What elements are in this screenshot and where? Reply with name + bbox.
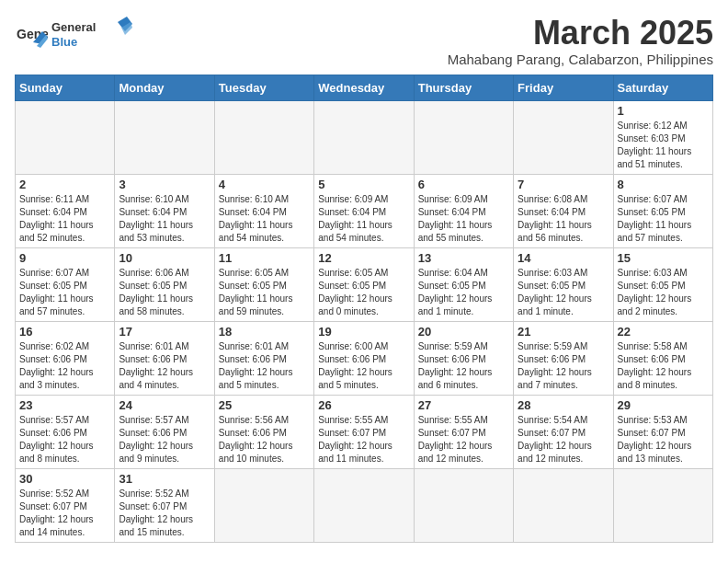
week-row-5: 23Sunrise: 5:57 AM Sunset: 6:06 PM Dayli… xyxy=(16,395,713,468)
day-cell xyxy=(314,468,414,542)
day-cell: 26Sunrise: 5:55 AM Sunset: 6:07 PM Dayli… xyxy=(314,395,414,468)
day-number: 10 xyxy=(119,251,210,265)
day-cell: 23Sunrise: 5:57 AM Sunset: 6:06 PM Dayli… xyxy=(16,395,115,468)
day-cell: 31Sunrise: 5:52 AM Sunset: 6:07 PM Dayli… xyxy=(115,468,214,542)
day-number: 9 xyxy=(19,251,110,265)
day-number: 6 xyxy=(418,178,509,191)
day-info: Sunrise: 6:10 AM Sunset: 6:04 PM Dayligh… xyxy=(219,193,310,245)
svg-text:Blue: Blue xyxy=(51,35,77,49)
day-number: 14 xyxy=(518,251,609,265)
day-number: 13 xyxy=(418,251,509,265)
day-cell: 30Sunrise: 5:52 AM Sunset: 6:07 PM Dayli… xyxy=(16,468,115,542)
day-number: 20 xyxy=(418,325,509,339)
day-cell: 17Sunrise: 6:01 AM Sunset: 6:06 PM Dayli… xyxy=(115,321,214,395)
day-info: Sunrise: 5:59 AM Sunset: 6:06 PM Dayligh… xyxy=(418,340,509,392)
day-info: Sunrise: 5:52 AM Sunset: 6:07 PM Dayligh… xyxy=(19,488,110,539)
day-cell: 28Sunrise: 5:54 AM Sunset: 6:07 PM Dayli… xyxy=(514,395,613,468)
page-header: General General Blue March 2025 Mahabang… xyxy=(15,15,713,67)
day-number: 12 xyxy=(318,251,409,265)
day-number: 24 xyxy=(119,398,210,412)
day-cell: 20Sunrise: 5:59 AM Sunset: 6:06 PM Dayli… xyxy=(414,321,513,395)
day-number: 25 xyxy=(219,398,310,412)
day-info: Sunrise: 5:54 AM Sunset: 6:07 PM Dayligh… xyxy=(518,414,609,465)
day-number: 30 xyxy=(19,472,110,486)
logo: General General Blue xyxy=(15,15,134,55)
day-cell xyxy=(613,468,712,542)
day-cell xyxy=(414,100,513,174)
day-cell: 8Sunrise: 6:07 AM Sunset: 6:05 PM Daylig… xyxy=(613,174,712,247)
day-number: 18 xyxy=(219,325,310,339)
day-number: 17 xyxy=(119,325,210,339)
week-row-4: 16Sunrise: 6:02 AM Sunset: 6:06 PM Dayli… xyxy=(16,321,713,395)
day-number: 16 xyxy=(19,325,110,339)
col-header-thursday: Thursday xyxy=(414,75,513,100)
day-cell: 4Sunrise: 6:10 AM Sunset: 6:04 PM Daylig… xyxy=(214,174,313,247)
day-cell xyxy=(16,100,115,174)
day-number: 15 xyxy=(618,251,709,265)
day-cell: 29Sunrise: 5:53 AM Sunset: 6:07 PM Dayli… xyxy=(613,395,712,468)
day-number: 11 xyxy=(219,251,310,265)
day-number: 27 xyxy=(418,398,509,412)
calendar-table: SundayMondayTuesdayWednesdayThursdayFrid… xyxy=(15,75,713,543)
week-row-1: 1Sunrise: 6:12 AM Sunset: 6:03 PM Daylig… xyxy=(16,100,713,174)
col-header-tuesday: Tuesday xyxy=(214,75,313,100)
day-info: Sunrise: 6:04 AM Sunset: 6:05 PM Dayligh… xyxy=(418,267,509,318)
day-cell: 19Sunrise: 6:00 AM Sunset: 6:06 PM Dayli… xyxy=(314,321,414,395)
day-info: Sunrise: 6:00 AM Sunset: 6:06 PM Dayligh… xyxy=(318,340,409,392)
day-info: Sunrise: 6:01 AM Sunset: 6:06 PM Dayligh… xyxy=(219,340,310,392)
location-subtitle: Mahabang Parang, Calabarzon, Philippines xyxy=(448,52,713,67)
day-cell xyxy=(514,468,613,542)
day-number: 1 xyxy=(618,104,709,118)
day-number: 21 xyxy=(518,325,609,339)
day-cell: 2Sunrise: 6:11 AM Sunset: 6:04 PM Daylig… xyxy=(16,174,115,247)
day-info: Sunrise: 5:57 AM Sunset: 6:06 PM Dayligh… xyxy=(119,414,210,465)
day-info: Sunrise: 5:55 AM Sunset: 6:07 PM Dayligh… xyxy=(418,414,509,465)
day-cell: 9Sunrise: 6:07 AM Sunset: 6:05 PM Daylig… xyxy=(16,247,115,321)
day-info: Sunrise: 5:52 AM Sunset: 6:07 PM Dayligh… xyxy=(119,488,210,539)
col-header-sunday: Sunday xyxy=(16,75,115,100)
day-cell: 1Sunrise: 6:12 AM Sunset: 6:03 PM Daylig… xyxy=(613,100,712,174)
day-info: Sunrise: 5:58 AM Sunset: 6:06 PM Dayligh… xyxy=(618,340,709,392)
day-cell: 24Sunrise: 5:57 AM Sunset: 6:06 PM Dayli… xyxy=(115,395,214,468)
day-cell xyxy=(414,468,513,542)
day-number: 28 xyxy=(518,398,609,412)
day-info: Sunrise: 6:03 AM Sunset: 6:05 PM Dayligh… xyxy=(518,267,609,318)
day-cell: 7Sunrise: 6:08 AM Sunset: 6:04 PM Daylig… xyxy=(514,174,613,247)
day-cell xyxy=(514,100,613,174)
day-cell: 12Sunrise: 6:05 AM Sunset: 6:05 PM Dayli… xyxy=(314,247,414,321)
col-header-wednesday: Wednesday xyxy=(314,75,414,100)
day-number: 5 xyxy=(318,178,409,191)
day-info: Sunrise: 5:56 AM Sunset: 6:06 PM Dayligh… xyxy=(219,414,310,465)
month-title: March 2025 xyxy=(448,15,713,52)
day-number: 31 xyxy=(119,472,210,486)
day-info: Sunrise: 6:10 AM Sunset: 6:04 PM Dayligh… xyxy=(119,193,210,245)
title-block: March 2025 Mahabang Parang, Calabarzon, … xyxy=(448,15,713,67)
day-info: Sunrise: 6:01 AM Sunset: 6:06 PM Dayligh… xyxy=(119,340,210,392)
day-number: 22 xyxy=(618,325,709,339)
day-number: 19 xyxy=(318,325,409,339)
day-info: Sunrise: 6:09 AM Sunset: 6:04 PM Dayligh… xyxy=(318,193,409,245)
day-number: 7 xyxy=(518,178,609,191)
day-info: Sunrise: 6:06 AM Sunset: 6:05 PM Dayligh… xyxy=(119,267,210,318)
day-cell: 15Sunrise: 6:03 AM Sunset: 6:05 PM Dayli… xyxy=(613,247,712,321)
week-row-2: 2Sunrise: 6:11 AM Sunset: 6:04 PM Daylig… xyxy=(16,174,713,247)
day-number: 26 xyxy=(318,398,409,412)
col-header-saturday: Saturday xyxy=(613,75,712,100)
day-cell xyxy=(314,100,414,174)
day-cell xyxy=(214,468,313,542)
day-cell xyxy=(214,100,313,174)
day-cell: 25Sunrise: 5:56 AM Sunset: 6:06 PM Dayli… xyxy=(214,395,313,468)
day-cell: 22Sunrise: 5:58 AM Sunset: 6:06 PM Dayli… xyxy=(613,321,712,395)
day-cell xyxy=(115,100,214,174)
day-info: Sunrise: 6:09 AM Sunset: 6:04 PM Dayligh… xyxy=(418,193,509,245)
day-cell: 21Sunrise: 5:59 AM Sunset: 6:06 PM Dayli… xyxy=(514,321,613,395)
day-number: 8 xyxy=(618,178,709,191)
day-info: Sunrise: 6:11 AM Sunset: 6:04 PM Dayligh… xyxy=(19,193,110,245)
day-cell: 18Sunrise: 6:01 AM Sunset: 6:06 PM Dayli… xyxy=(214,321,313,395)
day-info: Sunrise: 6:12 AM Sunset: 6:03 PM Dayligh… xyxy=(618,120,709,171)
logo-text: General Blue xyxy=(51,15,134,55)
day-number: 2 xyxy=(19,178,110,191)
day-number: 3 xyxy=(119,178,210,191)
day-info: Sunrise: 6:08 AM Sunset: 6:04 PM Dayligh… xyxy=(518,193,609,245)
day-info: Sunrise: 6:03 AM Sunset: 6:05 PM Dayligh… xyxy=(618,267,709,318)
